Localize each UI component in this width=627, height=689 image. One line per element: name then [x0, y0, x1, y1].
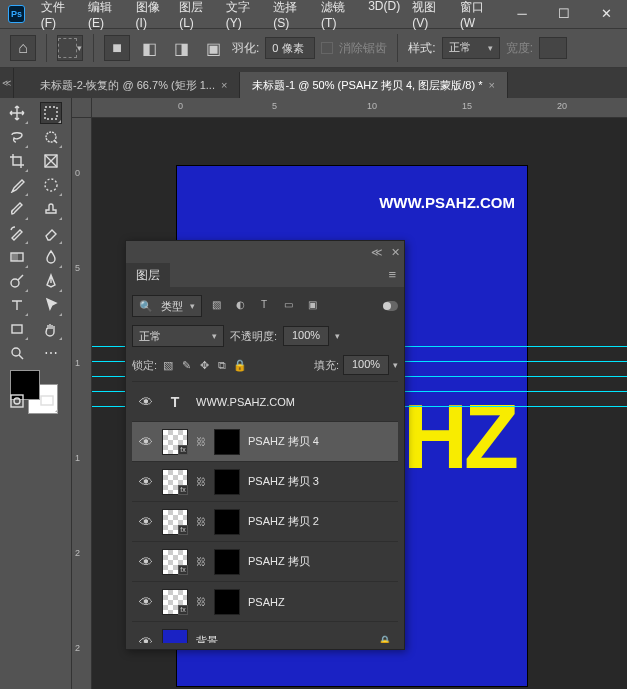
eraser-tool[interactable] [40, 222, 62, 244]
layer-thumb[interactable] [162, 629, 188, 644]
menu-filter[interactable]: 滤镜(T) [315, 0, 362, 34]
eyedropper-tool[interactable] [6, 174, 28, 196]
layer-row[interactable]: 👁 fx ⛓ PSAHZ 拷贝 2 [132, 501, 398, 541]
mask-thumb[interactable] [214, 509, 240, 535]
filter-shape-icon[interactable]: ▭ [280, 298, 296, 314]
hand-tool[interactable] [40, 318, 62, 340]
filter-toggle[interactable] [384, 301, 398, 311]
minimize-button[interactable]: ─ [501, 1, 543, 27]
mask-link-icon[interactable]: ⛓ [196, 476, 206, 487]
quick-select-tool[interactable] [40, 126, 62, 148]
gradient-tool[interactable] [6, 246, 28, 268]
layer-row[interactable]: 👁 T WWW.PSAHZ.COM [132, 381, 398, 421]
opacity-input[interactable]: 100% [283, 326, 329, 346]
tool-preset[interactable]: ▾ [57, 35, 83, 61]
layers-panel[interactable]: ≪ ✕ 图层 ≡ 🔍 类型 ▾ ▧ ◐ T ▭ ▣ 正常▾ 不透明度: 100%… [125, 240, 405, 650]
visibility-icon[interactable]: 👁 [138, 594, 154, 610]
visibility-icon[interactable]: 👁 [138, 474, 154, 490]
dodge-tool[interactable] [6, 270, 28, 292]
path-select-tool[interactable] [40, 294, 62, 316]
lock-trans-icon[interactable]: ▧ [161, 358, 175, 372]
blur-tool[interactable] [40, 246, 62, 268]
layer-name[interactable]: WWW.PSAHZ.COM [196, 396, 295, 408]
antialias-checkbox[interactable] [321, 42, 333, 54]
lasso-tool[interactable] [6, 126, 28, 148]
screenmode-toggle[interactable] [36, 390, 58, 412]
sel-subtract[interactable]: ◨ [168, 35, 194, 61]
maximize-button[interactable]: ☐ [543, 1, 585, 27]
filter-adjust-icon[interactable]: ◐ [232, 298, 248, 314]
menu-view[interactable]: 视图(V) [406, 0, 454, 34]
visibility-icon[interactable]: 👁 [138, 634, 154, 644]
layer-name[interactable]: PSAHZ [248, 596, 285, 608]
menu-layer[interactable]: 图层(L) [173, 0, 220, 34]
zoom-tool[interactable] [6, 342, 28, 364]
close-button[interactable]: ✕ [585, 1, 627, 27]
menu-type[interactable]: 文字(Y) [220, 0, 268, 34]
history-brush-tool[interactable] [6, 222, 28, 244]
visibility-icon[interactable]: 👁 [138, 394, 154, 410]
lock-pos-icon[interactable]: ✥ [197, 358, 211, 372]
tab-close-icon[interactable]: × [221, 79, 227, 91]
sel-intersect[interactable]: ▣ [200, 35, 226, 61]
mask-link-icon[interactable]: ⛓ [196, 596, 206, 607]
filter-pixel-icon[interactable]: ▧ [208, 298, 224, 314]
lock-artboard-icon[interactable]: ⧉ [215, 358, 229, 372]
marquee-tool[interactable] [40, 102, 62, 124]
doc-tab-active[interactable]: 未标题-1 @ 50% (PSAHZ 拷贝 4, 图层蒙版/8) * × [240, 72, 507, 98]
panel-header[interactable]: ≪ ✕ [126, 241, 404, 263]
layer-name[interactable]: 背景 [196, 634, 218, 643]
type-tool[interactable] [6, 294, 28, 316]
collapse-icon[interactable]: ≪ [371, 246, 383, 259]
menu-image[interactable]: 图像(I) [130, 0, 174, 34]
layer-thumb[interactable]: fx [162, 429, 188, 455]
opacity-slider-icon[interactable]: ▾ [335, 331, 340, 341]
menu-3d[interactable]: 3D(D) [362, 0, 406, 34]
filter-smart-icon[interactable]: ▣ [304, 298, 320, 314]
mask-thumb[interactable] [214, 429, 240, 455]
visibility-icon[interactable]: 👁 [138, 554, 154, 570]
menu-select[interactable]: 选择(S) [267, 0, 315, 34]
crop-tool[interactable] [6, 150, 28, 172]
layer-thumb[interactable]: fx [162, 549, 188, 575]
mask-thumb[interactable] [214, 469, 240, 495]
layer-thumb[interactable]: fx [162, 469, 188, 495]
layer-name[interactable]: PSAHZ 拷贝 3 [248, 474, 319, 489]
panel-tab-layers[interactable]: 图层 [126, 263, 170, 287]
style-select[interactable]: 正常 ▾ [442, 37, 500, 59]
layer-name[interactable]: PSAHZ 拷贝 [248, 554, 310, 569]
stamp-tool[interactable] [40, 198, 62, 220]
edit-toolbar[interactable]: ⋯ [40, 342, 62, 364]
visibility-icon[interactable]: 👁 [138, 434, 154, 450]
visibility-icon[interactable]: 👁 [138, 514, 154, 530]
frame-tool[interactable] [40, 150, 62, 172]
heal-tool[interactable] [40, 174, 62, 196]
fill-slider-icon[interactable]: ▾ [393, 360, 398, 370]
ruler-origin[interactable] [72, 98, 92, 118]
ruler-horizontal[interactable]: 0 5 10 15 20 [92, 98, 627, 118]
mask-thumb[interactable] [214, 549, 240, 575]
mask-link-icon[interactable]: ⛓ [196, 436, 206, 447]
layer-thumb[interactable]: fx [162, 589, 188, 615]
layer-name[interactable]: PSAHZ 拷贝 2 [248, 514, 319, 529]
feather-input[interactable] [265, 37, 315, 59]
layer-row[interactable]: 👁 fx ⛓ PSAHZ [132, 581, 398, 621]
layer-row[interactable]: 👁 fx ⛓ PSAHZ 拷贝 3 [132, 461, 398, 501]
mask-link-icon[interactable]: ⛓ [196, 516, 206, 527]
ruler-vertical[interactable]: 0 5 1 1 2 2 [72, 118, 92, 689]
panel-close-icon[interactable]: ✕ [391, 246, 400, 259]
filter-type-icon[interactable]: T [256, 298, 272, 314]
layer-name[interactable]: PSAHZ 拷贝 4 [248, 434, 319, 449]
blend-mode-select[interactable]: 正常▾ [132, 325, 224, 347]
sel-new[interactable]: ■ [104, 35, 130, 61]
menu-window[interactable]: 窗口(W [454, 0, 501, 34]
layer-row[interactable]: 👁 fx ⛓ PSAHZ 拷贝 4 [132, 421, 398, 461]
move-tool[interactable] [6, 102, 28, 124]
lock-paint-icon[interactable]: ✎ [179, 358, 193, 372]
width-input[interactable] [539, 37, 567, 59]
tab-close-icon[interactable]: × [488, 79, 494, 91]
home-button[interactable] [10, 35, 36, 61]
lock-all-icon[interactable]: 🔒 [233, 358, 247, 372]
mask-link-icon[interactable]: ⛓ [196, 556, 206, 567]
menu-edit[interactable]: 编辑(E) [82, 0, 130, 34]
